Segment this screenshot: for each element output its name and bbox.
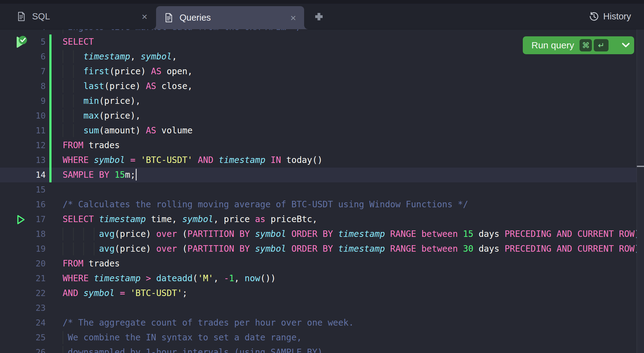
code-text: FROM trades	[63, 256, 120, 271]
code-line[interactable]: 21WHERE timestamp > dateadd('M', -1, now…	[0, 271, 637, 286]
code-line[interactable]: 15	[0, 182, 637, 197]
file-icon	[17, 12, 25, 21]
code-text: We combine the IN syntax to set a date r…	[63, 330, 302, 345]
code-line[interactable]: 13WHERE symbol = 'BTC-USDT' AND timestam…	[0, 153, 637, 168]
line-number: 16	[0, 197, 46, 212]
line-number: 9	[0, 94, 46, 108]
overview-ruler-scrollbar[interactable]	[637, 29, 644, 353]
code-text: SELECT timestamp time, symbol, price as …	[63, 212, 317, 227]
line-number: 14	[0, 168, 46, 182]
code-text: WHERE timestamp > dateadd('M', -1, now()…	[63, 271, 276, 286]
line-number: 7	[0, 64, 46, 79]
code-text: first(price) AS open,	[63, 64, 192, 79]
code-line[interactable]: 17SELECT timestamp time, symbol, price a…	[0, 212, 637, 227]
code-text: timestamp, symbol,	[63, 49, 177, 64]
tab-queries-label: Queries	[180, 13, 211, 23]
code-text: sum(amount) AS volume	[63, 123, 192, 138]
run-options-chevron[interactable]	[621, 43, 630, 48]
tab-bar-top-strip	[0, 0, 644, 4]
line-number: 13	[0, 153, 46, 168]
line-number: 21	[0, 271, 46, 286]
line-number: 11	[0, 123, 46, 138]
code-line[interactable]: 9 min(price),	[0, 94, 637, 108]
history-icon	[589, 11, 599, 22]
tab-sql[interactable]: SQL ×	[0, 4, 156, 29]
line-number: 19	[0, 241, 46, 256]
line-number: 25	[0, 330, 46, 345]
run-query-marker-icon[interactable]	[16, 214, 26, 225]
code-text: AND symbol = 'BTC-USDT';	[63, 286, 188, 301]
code-line[interactable]: 18 avg(price) over (PARTITION BY symbol …	[0, 227, 637, 241]
code-line[interactable]: 8 last(price) AS close,	[0, 79, 637, 94]
code-text: avg(price) over (PARTITION BY symbol ORD…	[63, 227, 640, 241]
new-tab-button[interactable]	[309, 4, 329, 29]
tab-queries-close-icon[interactable]: ×	[290, 13, 297, 23]
history-label: History	[603, 11, 631, 22]
code-text: max(price),	[63, 108, 141, 123]
line-number: 23	[0, 301, 46, 315]
code-line[interactable]: 16/* Calculates the rolling moving avera…	[0, 197, 637, 212]
code-line[interactable]: 19 avg(price) over (PARTITION BY symbol …	[0, 241, 637, 256]
cmd-key-badge: ⌘	[580, 39, 592, 51]
code-line[interactable]: 10 max(price),	[0, 108, 637, 123]
text-cursor	[136, 169, 137, 181]
code-text: avg(price) over (PARTITION BY symbol ORD…	[63, 241, 640, 256]
history-button[interactable]: History	[589, 4, 631, 29]
line-number: 18	[0, 227, 46, 241]
active-query-block-bar	[49, 34, 52, 182]
code-line[interactable]: 14SAMPLE BY 15m;	[0, 168, 637, 182]
sql-console-window: 4 Ingests live market data from the OKX …	[0, 0, 644, 353]
run-success-marker-icon[interactable]	[15, 33, 30, 48]
code-line[interactable]: 11 sum(amount) AS volume	[0, 123, 637, 138]
run-query-label: Run query	[531, 40, 574, 51]
run-query-button[interactable]: Run query ⌘ ↵	[523, 36, 634, 54]
code-text: SELECT	[63, 34, 94, 49]
line-number: 20	[0, 256, 46, 271]
code-text: SAMPLE BY 15m;	[63, 168, 137, 182]
enter-key-badge: ↵	[594, 39, 609, 51]
tab-sql-label: SQL	[32, 11, 50, 22]
code-line[interactable]: 20FROM trades	[0, 256, 637, 271]
tab-bar: SQL × Queries × History	[0, 0, 644, 29]
code-line[interactable]: 25 We combine the IN syntax to set a dat…	[0, 330, 637, 345]
code-text: FROM trades	[63, 138, 120, 153]
code-line[interactable]: 12FROM trades	[0, 138, 637, 153]
code-line[interactable]: 23	[0, 301, 637, 315]
cursor-position-marker	[637, 166, 644, 167]
plus-icon	[315, 12, 323, 21]
code-line[interactable]: 24/* The aggregate count of trades per h…	[0, 315, 637, 330]
code-text: /* The aggregate count of trades per hou…	[63, 315, 354, 330]
line-number: 26	[0, 345, 46, 353]
code-line[interactable]: 7 first(price) AS open,	[0, 64, 637, 79]
line-number: 22	[0, 286, 46, 301]
code-area[interactable]: 4 Ingests live market data from the OKX …	[0, 20, 637, 353]
line-number: 12	[0, 138, 46, 153]
line-number: 15	[0, 182, 46, 197]
file-icon	[165, 13, 173, 22]
code-text: downsampled by 1-hour intervals (using S…	[63, 345, 323, 353]
code-text: min(price),	[63, 94, 141, 108]
line-number: 6	[0, 49, 46, 64]
code-text: WHERE symbol = 'BTC-USDT' AND timestamp …	[63, 153, 323, 168]
tab-sql-close-icon[interactable]: ×	[141, 12, 148, 22]
tab-queries-active[interactable]: Queries ×	[156, 6, 304, 29]
line-number: 10	[0, 108, 46, 123]
code-text: /* Calculates the rolling moving average…	[63, 197, 468, 212]
line-number: 8	[0, 79, 46, 94]
code-text: last(price) AS close,	[63, 79, 192, 94]
code-line[interactable]: 26 downsampled by 1-hour intervals (usin…	[0, 345, 637, 353]
line-number: 24	[0, 315, 46, 330]
chevron-down-icon	[621, 43, 630, 48]
code-line[interactable]: 22AND symbol = 'BTC-USDT';	[0, 286, 637, 301]
